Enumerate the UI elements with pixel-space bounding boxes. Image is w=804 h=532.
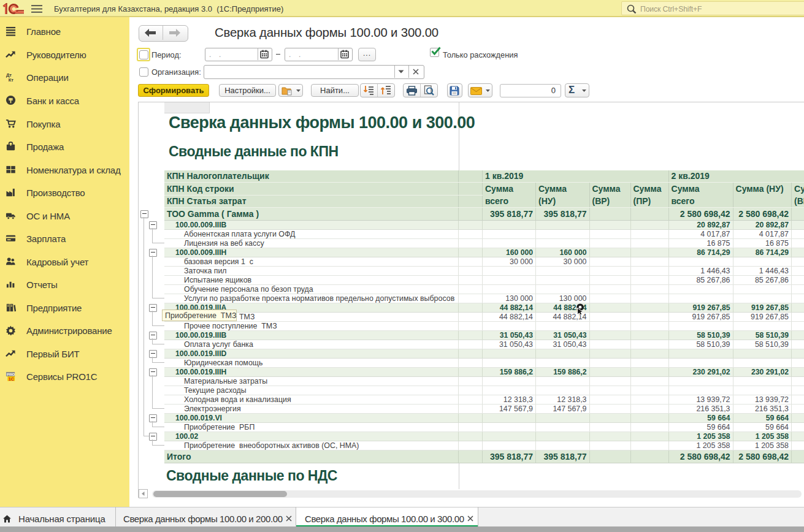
svg-text:Кт: Кт: [9, 77, 14, 83]
svg-text:PRO: PRO: [7, 372, 15, 376]
svg-text:1C: 1C: [9, 377, 14, 382]
